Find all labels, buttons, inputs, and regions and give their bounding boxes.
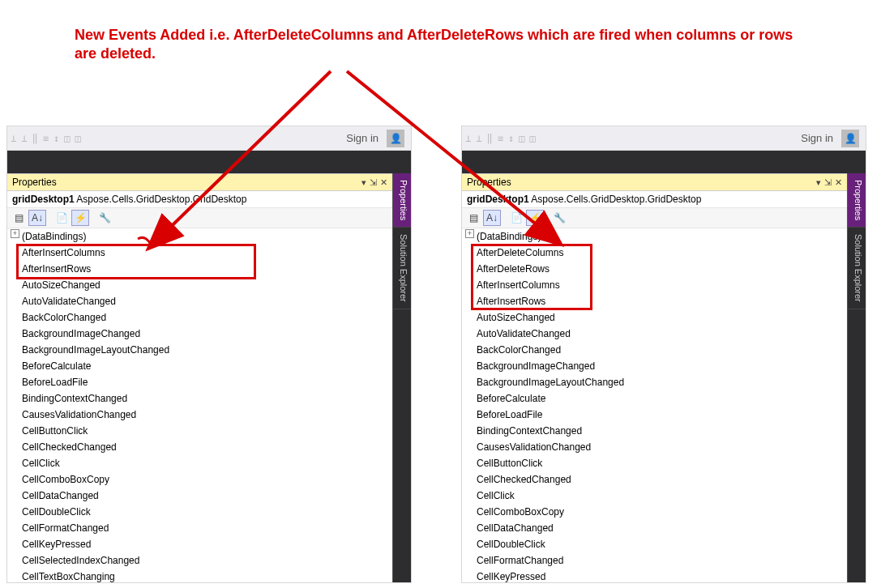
- props-toolbar: ▤ A↓ 📄 ⚡ 🔧: [462, 208, 847, 228]
- event-row[interactable]: BindingContextChanged: [7, 390, 392, 407]
- close-icon[interactable]: ✕: [380, 177, 387, 188]
- event-row[interactable]: CellCheckedChanged: [462, 471, 847, 488]
- layout-icon[interactable]: ◫: [519, 133, 524, 144]
- event-row[interactable]: AfterDeleteColumns: [462, 245, 847, 261]
- layout-icon[interactable]: ◫: [75, 133, 80, 144]
- pin-icon[interactable]: ⇲: [824, 177, 832, 188]
- event-row[interactable]: AfterInsertColumns: [7, 245, 392, 261]
- properties-icon[interactable]: 📄: [53, 210, 71, 226]
- databindings-group[interactable]: + (DataBindings): [7, 228, 392, 245]
- layout-icon[interactable]: ‖: [32, 133, 37, 144]
- layout-icon[interactable]: ⟂: [476, 133, 481, 144]
- layout-icon[interactable]: ↕: [508, 133, 514, 144]
- props-toolbar: ▤ A↓ 📄 ⚡ 🔧: [7, 208, 392, 228]
- layout-icon[interactable]: ◫: [64, 133, 70, 144]
- properties-title: Properties: [467, 177, 511, 188]
- sign-in-link[interactable]: Sign in: [346, 132, 378, 144]
- event-row[interactable]: BackColorChanged: [462, 342, 847, 358]
- alphabetical-icon[interactable]: A↓: [483, 210, 501, 226]
- properties-title: Properties: [12, 177, 57, 188]
- properties-icon[interactable]: 📄: [507, 210, 525, 226]
- event-row[interactable]: BackColorChanged: [7, 309, 392, 326]
- event-row[interactable]: BackgroundImageLayoutChanged: [7, 342, 392, 358]
- properties-header[interactable]: Properties ▾ ⇲ ✕: [7, 173, 392, 191]
- sign-in-link[interactable]: Sign in: [801, 132, 833, 144]
- event-row[interactable]: AfterDeleteRows: [462, 261, 847, 277]
- event-row[interactable]: CellKeyPressed: [462, 569, 847, 582]
- tab-solution-explorer[interactable]: Solution Explorer: [393, 228, 411, 309]
- event-row[interactable]: CellKeyPressed: [7, 536, 392, 552]
- event-row[interactable]: AfterInsertColumns: [462, 277, 847, 293]
- categorized-icon[interactable]: ▤: [464, 210, 482, 226]
- event-row[interactable]: BackgroundImageLayoutChanged: [462, 374, 847, 390]
- dark-splitter: [7, 151, 411, 173]
- event-row[interactable]: CellDoubleClick: [462, 536, 847, 552]
- selected-object[interactable]: gridDesktop1 Aspose.Cells.GridDesktop.Gr…: [462, 191, 847, 208]
- event-row[interactable]: CausesValidationChanged: [7, 407, 392, 423]
- event-row[interactable]: CellDataChanged: [7, 488, 392, 504]
- event-row[interactable]: BeforeCalculate: [462, 390, 847, 407]
- pin-icon[interactable]: ⇲: [370, 177, 377, 188]
- event-row[interactable]: AutoSizeChanged: [7, 277, 392, 293]
- tab-solution-explorer[interactable]: Solution Explorer: [848, 228, 866, 309]
- event-row[interactable]: CellSelectedIndexChanged: [7, 552, 392, 569]
- side-tab-strip: Properties Solution Explorer: [848, 173, 866, 582]
- event-row[interactable]: AutoValidateChanged: [462, 326, 847, 342]
- layout-icon[interactable]: ≡: [43, 133, 49, 144]
- avatar-icon[interactable]: 👤: [387, 130, 404, 147]
- databindings-group[interactable]: + (DataBindings): [462, 228, 847, 245]
- event-row[interactable]: AutoSizeChanged: [462, 309, 847, 326]
- event-row[interactable]: CellComboBoxCopy: [462, 504, 847, 520]
- events-icon[interactable]: ⚡: [71, 210, 89, 226]
- event-row[interactable]: CellComboBoxCopy: [7, 471, 392, 488]
- properties-header[interactable]: Properties ▾ ⇲ ✕: [462, 173, 847, 191]
- topbar: ⊥ ⟂ ‖ ≡ ↕ ◫ ◫ Sign in 👤: [462, 126, 866, 151]
- side-tab-strip: Properties Solution Explorer: [393, 173, 411, 582]
- dropdown-icon[interactable]: ▾: [361, 177, 366, 188]
- layout-icon[interactable]: ‖: [486, 133, 492, 144]
- layout-icon[interactable]: ≡: [498, 133, 503, 144]
- event-row[interactable]: CellCheckedChanged: [7, 439, 392, 455]
- event-row[interactable]: CellDoubleClick: [7, 504, 392, 520]
- event-row[interactable]: AutoValidateChanged: [7, 293, 392, 309]
- layout-icon[interactable]: ⊥: [11, 133, 16, 144]
- events-list-left[interactable]: + (DataBindings) AfterInsertColumns Afte…: [7, 228, 392, 582]
- event-row[interactable]: CellButtonClick: [7, 423, 392, 439]
- topbar: ⊥ ⟂ ‖ ≡ ↕ ◫ ◫ Sign in 👤: [7, 126, 411, 151]
- tab-properties[interactable]: Properties: [393, 173, 411, 228]
- event-row[interactable]: BeforeCalculate: [7, 358, 392, 374]
- selected-object[interactable]: gridDesktop1 Aspose.Cells.GridDesktop.Gr…: [7, 191, 392, 208]
- event-row[interactable]: BackgroundImageChanged: [7, 326, 392, 342]
- event-row[interactable]: AfterInsertRows: [462, 293, 847, 309]
- tab-properties[interactable]: Properties: [848, 173, 866, 228]
- event-row[interactable]: CellButtonClick: [462, 455, 847, 471]
- event-row[interactable]: CausesValidationChanged: [462, 439, 847, 455]
- event-row[interactable]: BackgroundImageChanged: [462, 358, 847, 374]
- layout-icon[interactable]: ⟂: [21, 133, 27, 144]
- event-row[interactable]: BeforeLoadFile: [7, 374, 392, 390]
- event-row[interactable]: BeforeLoadFile: [462, 407, 847, 423]
- expand-icon[interactable]: +: [11, 229, 19, 238]
- alphabetical-icon[interactable]: A↓: [28, 210, 46, 226]
- event-row[interactable]: CellFormatChanged: [462, 552, 847, 569]
- event-row[interactable]: BindingContextChanged: [462, 423, 847, 439]
- dropdown-icon[interactable]: ▾: [816, 177, 821, 188]
- layout-icon[interactable]: ⊥: [465, 133, 471, 144]
- property-pages-icon[interactable]: 🔧: [550, 210, 568, 226]
- event-row[interactable]: CellTextBoxChanging: [7, 569, 392, 582]
- close-icon[interactable]: ✕: [835, 177, 842, 188]
- categorized-icon[interactable]: ▤: [10, 210, 28, 226]
- events-icon[interactable]: ⚡: [526, 210, 544, 226]
- expand-icon[interactable]: +: [465, 229, 474, 238]
- event-row[interactable]: AfterInsertRows: [7, 261, 392, 277]
- layout-icon[interactable]: ◫: [529, 133, 535, 144]
- events-list-right[interactable]: + (DataBindings) AfterDeleteColumns Afte…: [462, 228, 847, 582]
- event-row[interactable]: CellClick: [7, 455, 392, 471]
- toolbar-layout-icons: ⊥ ⟂ ‖ ≡ ↕ ◫ ◫: [465, 133, 536, 144]
- avatar-icon[interactable]: 👤: [841, 130, 859, 147]
- layout-icon[interactable]: ↕: [53, 133, 59, 144]
- event-row[interactable]: CellFormatChanged: [7, 520, 392, 536]
- event-row[interactable]: CellDataChanged: [462, 520, 847, 536]
- event-row[interactable]: CellClick: [462, 488, 847, 504]
- property-pages-icon[interactable]: 🔧: [96, 210, 113, 226]
